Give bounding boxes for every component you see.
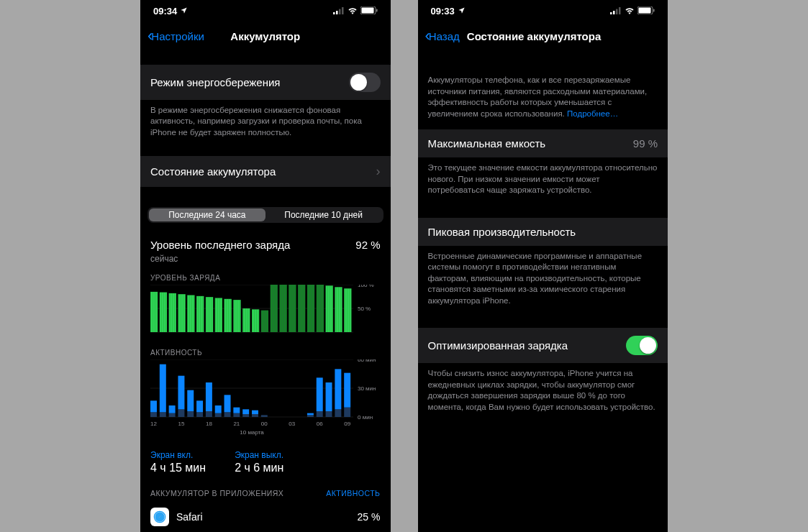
phone-battery-health: 09:33 ‹ Назад Состояние аккумулятора Акк… bbox=[418, 0, 668, 532]
svg-rect-72 bbox=[187, 390, 194, 411]
time-range-segment[interactable]: Последние 24 часа Последние 10 дней bbox=[147, 207, 383, 223]
svg-rect-102 bbox=[326, 382, 332, 411]
nav-bar: ‹ Настройки Аккумулятор bbox=[140, 22, 391, 50]
svg-rect-0 bbox=[333, 12, 335, 14]
svg-rect-80 bbox=[224, 395, 231, 412]
low-power-toggle[interactable] bbox=[349, 73, 381, 92]
location-icon bbox=[458, 6, 466, 17]
chevron-right-icon: › bbox=[376, 164, 381, 179]
screen-on: Экран вкл. 4 ч 15 мин bbox=[150, 450, 206, 474]
location-icon bbox=[180, 6, 188, 17]
optimized-charging-cell[interactable]: Оптимизированная зарядка bbox=[418, 328, 668, 363]
svg-rect-66 bbox=[160, 364, 166, 413]
svg-text:0 мин: 0 мин bbox=[358, 414, 373, 421]
svg-point-118 bbox=[155, 512, 164, 521]
svg-rect-69 bbox=[178, 409, 184, 417]
page-title: Состояние аккумулятора bbox=[467, 30, 601, 42]
svg-rect-76 bbox=[206, 382, 212, 411]
peak-performance-label: Пиковая производительность bbox=[428, 226, 576, 238]
svg-text:10 марта: 10 марта bbox=[240, 429, 264, 436]
svg-rect-54 bbox=[335, 287, 342, 332]
svg-rect-100 bbox=[317, 377, 323, 411]
svg-rect-71 bbox=[187, 411, 194, 417]
svg-rect-87 bbox=[261, 415, 268, 417]
svg-rect-18 bbox=[169, 293, 176, 332]
max-capacity-label: Максимальная емкость bbox=[428, 137, 546, 150]
max-capacity-value: 99 % bbox=[633, 137, 658, 150]
low-power-mode-cell[interactable]: Режим энергосбережения bbox=[140, 65, 391, 100]
signal-icon bbox=[333, 6, 345, 17]
signal-icon bbox=[610, 6, 622, 17]
battery-icon bbox=[637, 6, 655, 17]
svg-rect-26 bbox=[206, 297, 213, 332]
svg-text:21: 21 bbox=[233, 421, 240, 427]
svg-rect-84 bbox=[242, 409, 249, 414]
svg-rect-42 bbox=[279, 285, 286, 332]
seg-10d[interactable]: Последние 10 дней bbox=[265, 208, 382, 221]
last-charge-title: Уровень последнего заряда bbox=[150, 239, 290, 252]
svg-rect-119 bbox=[610, 12, 612, 14]
svg-rect-104 bbox=[335, 369, 341, 409]
svg-rect-74 bbox=[196, 400, 203, 412]
svg-rect-124 bbox=[639, 7, 651, 13]
svg-text:18: 18 bbox=[206, 421, 212, 427]
svg-rect-97 bbox=[307, 415, 314, 417]
svg-rect-5 bbox=[361, 7, 373, 13]
battery-health-cell[interactable]: Состояние аккумулятора › bbox=[140, 156, 391, 187]
wifi-icon bbox=[625, 6, 635, 17]
charge-level-chart: 50 %100 % bbox=[140, 285, 391, 339]
last-charge-row: Уровень последнего заряда сейчас 92 % bbox=[140, 230, 391, 264]
svg-text:15: 15 bbox=[178, 421, 184, 427]
svg-rect-22 bbox=[187, 295, 194, 332]
phone-battery-settings: 09:34 ‹ Настройки Аккумулятор Режим энер… bbox=[140, 0, 391, 532]
svg-rect-121 bbox=[616, 9, 618, 14]
svg-rect-67 bbox=[169, 413, 176, 417]
screen-off: Экран выкл. 2 ч 6 мин bbox=[235, 450, 283, 474]
svg-rect-3 bbox=[342, 7, 344, 14]
activity-label: АКТИВНОСТЬ bbox=[140, 339, 391, 359]
svg-rect-6 bbox=[376, 9, 378, 12]
optimized-charging-toggle[interactable] bbox=[626, 336, 658, 355]
app-row-safari[interactable]: Safari 25 % bbox=[140, 502, 391, 532]
svg-rect-50 bbox=[317, 285, 324, 332]
svg-rect-24 bbox=[196, 296, 204, 332]
svg-text:30 мин: 30 мин bbox=[358, 385, 376, 392]
svg-text:06: 06 bbox=[317, 421, 323, 427]
svg-rect-122 bbox=[619, 7, 621, 14]
low-power-label: Режим энергосбережения bbox=[150, 76, 280, 88]
svg-rect-75 bbox=[206, 411, 212, 417]
svg-rect-52 bbox=[326, 285, 333, 332]
max-capacity-cell[interactable]: Максимальная емкость 99 % bbox=[418, 129, 668, 157]
svg-rect-82 bbox=[233, 408, 240, 413]
svg-rect-2 bbox=[339, 9, 341, 14]
svg-rect-73 bbox=[196, 412, 203, 417]
svg-rect-63 bbox=[150, 412, 157, 417]
svg-text:12: 12 bbox=[150, 421, 157, 427]
seg-24h[interactable]: Последние 24 часа bbox=[149, 208, 265, 221]
usage-summary: Экран вкл. 4 ч 15 мин Экран выкл. 2 ч 6 … bbox=[140, 439, 391, 477]
peak-performance-cell: Пиковая производительность bbox=[418, 218, 668, 246]
back-button[interactable]: ‹ Назад bbox=[425, 28, 460, 44]
svg-rect-14 bbox=[150, 292, 158, 332]
svg-rect-120 bbox=[613, 11, 615, 14]
optimized-charging-footer: Чтобы снизить износ аккумулятора, iPhone… bbox=[418, 363, 668, 420]
svg-rect-38 bbox=[261, 311, 268, 332]
svg-text:100 %: 100 % bbox=[358, 285, 374, 288]
activity-link[interactable]: АКТИВНОСТЬ bbox=[326, 489, 380, 497]
peak-performance-footer: Встроенные динамические программные и ап… bbox=[418, 246, 668, 314]
svg-rect-44 bbox=[289, 285, 296, 332]
wifi-icon bbox=[348, 6, 358, 17]
svg-rect-36 bbox=[252, 309, 259, 332]
safari-icon bbox=[150, 508, 169, 526]
max-capacity-footer: Это текущее значение емкости аккумулятор… bbox=[418, 157, 668, 203]
svg-rect-48 bbox=[307, 285, 314, 332]
svg-text:09: 09 bbox=[344, 421, 350, 427]
svg-rect-105 bbox=[344, 408, 350, 417]
optimized-charging-label: Оптимизированная зарядка bbox=[428, 339, 568, 352]
svg-rect-85 bbox=[252, 414, 258, 417]
svg-rect-40 bbox=[271, 285, 278, 332]
status-time: 09:34 bbox=[153, 6, 177, 17]
learn-more-link[interactable]: Подробнее… bbox=[567, 109, 618, 118]
back-button[interactable]: ‹ Настройки bbox=[147, 28, 204, 44]
svg-rect-46 bbox=[298, 285, 305, 332]
